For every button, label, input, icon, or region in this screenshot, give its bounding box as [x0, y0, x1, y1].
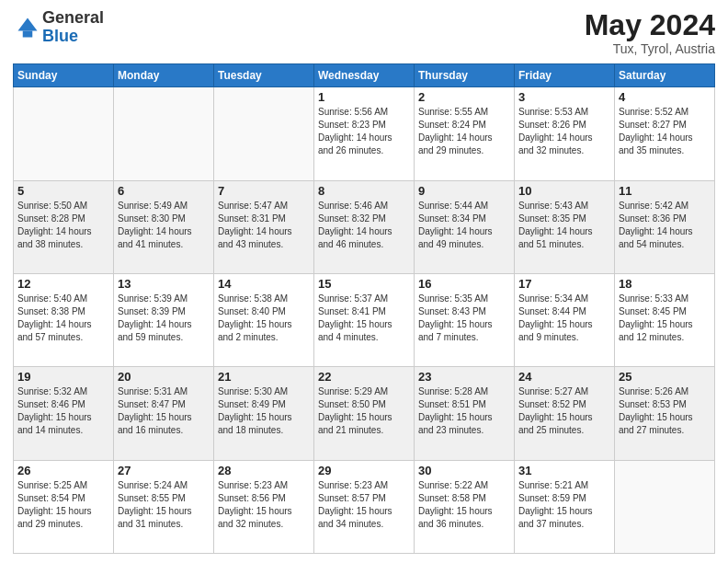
cell-line: and 27 minutes. [619, 424, 711, 437]
calendar-cell: 4Sunrise: 5:52 AMSunset: 8:27 PMDaylight… [615, 87, 715, 180]
calendar-cell: 26Sunrise: 5:25 AMSunset: 8:54 PMDayligh… [14, 460, 114, 553]
cell-line: and 14 minutes. [17, 424, 109, 437]
calendar-cell: 29Sunrise: 5:23 AMSunset: 8:57 PMDayligh… [314, 460, 415, 553]
cell-line: and 57 minutes. [17, 331, 109, 344]
cell-line: Sunset: 8:40 PM [218, 305, 310, 318]
cell-line: Sunrise: 5:21 AM [518, 479, 610, 492]
weekday-header-row: SundayMondayTuesdayWednesdayThursdayFrid… [14, 64, 715, 87]
calendar-cell: 27Sunrise: 5:24 AMSunset: 8:55 PMDayligh… [114, 460, 214, 553]
day-number: 14 [218, 277, 310, 291]
cell-line: Sunset: 8:35 PM [518, 213, 610, 225]
day-number: 10 [518, 184, 610, 198]
calendar-cell: 19Sunrise: 5:32 AMSunset: 8:46 PMDayligh… [14, 367, 114, 460]
cell-line: Daylight: 15 hours [619, 318, 711, 331]
cell-line: Sunrise: 5:47 AM [218, 200, 310, 213]
cell-line: Sunset: 8:26 PM [518, 119, 610, 132]
logo-blue: Blue [42, 27, 78, 45]
cell-line: Daylight: 15 hours [318, 505, 410, 518]
calendar-cell: 16Sunrise: 5:35 AMSunset: 8:43 PMDayligh… [415, 273, 515, 366]
cell-line: and 46 minutes. [318, 238, 410, 251]
day-number: 8 [318, 184, 410, 198]
cell-line: Sunrise: 5:49 AM [118, 200, 210, 213]
cell-line: Sunset: 8:34 PM [418, 213, 510, 225]
cell-line: Daylight: 15 hours [518, 318, 610, 331]
cell-line: Daylight: 14 hours [118, 318, 210, 331]
day-number: 18 [619, 277, 711, 291]
cell-line: Sunset: 8:27 PM [619, 119, 711, 132]
cell-line: and 49 minutes. [418, 238, 510, 251]
cell-line: Daylight: 15 hours [118, 411, 210, 424]
day-number: 31 [518, 464, 610, 477]
cell-line: and 36 minutes. [418, 518, 510, 531]
calendar-cell: 14Sunrise: 5:38 AMSunset: 8:40 PMDayligh… [214, 273, 314, 366]
cell-line: Daylight: 14 hours [318, 225, 410, 238]
calendar-cell: 5Sunrise: 5:50 AMSunset: 8:28 PMDaylight… [14, 180, 114, 273]
cell-line: Sunrise: 5:31 AM [118, 385, 210, 398]
cell-line: and 7 minutes. [418, 331, 510, 344]
cell-line: Sunset: 8:23 PM [318, 119, 410, 132]
weekday-header-saturday: Saturday [615, 64, 715, 87]
week-row-2: 12Sunrise: 5:40 AMSunset: 8:38 PMDayligh… [14, 273, 715, 366]
cell-line: and 59 minutes. [118, 331, 210, 344]
day-number: 27 [118, 464, 210, 477]
page: General Blue May 2024 Tux, Tyrol, Austri… [0, 0, 728, 563]
cell-line: Daylight: 14 hours [218, 225, 310, 238]
calendar-cell: 3Sunrise: 5:53 AMSunset: 8:26 PMDaylight… [515, 87, 615, 180]
calendar-cell: 22Sunrise: 5:29 AMSunset: 8:50 PMDayligh… [314, 367, 415, 460]
cell-line: Sunrise: 5:34 AM [518, 293, 610, 305]
day-number: 24 [518, 370, 610, 384]
cell-line: Daylight: 14 hours [118, 225, 210, 238]
cell-line: Sunset: 8:36 PM [619, 213, 711, 225]
calendar-cell: 25Sunrise: 5:26 AMSunset: 8:53 PMDayligh… [615, 367, 715, 460]
location: Tux, Tyrol, Austria [585, 41, 715, 56]
cell-line: Sunrise: 5:46 AM [318, 200, 410, 213]
day-number: 23 [418, 370, 510, 384]
calendar-cell [214, 87, 314, 180]
cell-line: Sunset: 8:45 PM [619, 305, 711, 318]
cell-line: and 21 minutes. [318, 424, 410, 437]
calendar-cell: 20Sunrise: 5:31 AMSunset: 8:47 PMDayligh… [114, 367, 214, 460]
cell-line: Daylight: 15 hours [418, 505, 510, 518]
cell-line: Sunrise: 5:29 AM [318, 385, 410, 398]
cell-line: Daylight: 15 hours [418, 318, 510, 331]
cell-line: Sunset: 8:56 PM [218, 492, 310, 505]
calendar-cell: 21Sunrise: 5:30 AMSunset: 8:49 PMDayligh… [214, 367, 314, 460]
cell-line: Sunset: 8:55 PM [118, 492, 210, 505]
month-title: May 2024 [585, 9, 715, 41]
cell-line: and 16 minutes. [118, 424, 210, 437]
cell-line: Daylight: 15 hours [619, 411, 711, 424]
cell-line: Sunrise: 5:42 AM [619, 200, 711, 213]
cell-line: Sunset: 8:49 PM [218, 398, 310, 411]
cell-line: Daylight: 14 hours [619, 132, 711, 144]
cell-line: Sunset: 8:53 PM [619, 398, 711, 411]
weekday-header-monday: Monday [114, 64, 214, 87]
calendar-cell [14, 87, 114, 180]
calendar-cell: 23Sunrise: 5:28 AMSunset: 8:51 PMDayligh… [415, 367, 515, 460]
cell-line: Sunset: 8:30 PM [118, 213, 210, 225]
calendar-cell: 8Sunrise: 5:46 AMSunset: 8:32 PMDaylight… [314, 180, 415, 273]
calendar-cell: 11Sunrise: 5:42 AMSunset: 8:36 PMDayligh… [615, 180, 715, 273]
calendar-cell: 30Sunrise: 5:22 AMSunset: 8:58 PMDayligh… [415, 460, 515, 553]
cell-line: Sunrise: 5:26 AM [619, 385, 711, 398]
title-block: May 2024 Tux, Tyrol, Austria [585, 9, 715, 56]
calendar-cell: 17Sunrise: 5:34 AMSunset: 8:44 PMDayligh… [515, 273, 615, 366]
day-number: 15 [318, 277, 410, 291]
cell-line: Daylight: 15 hours [218, 411, 310, 424]
calendar-cell: 6Sunrise: 5:49 AMSunset: 8:30 PMDaylight… [114, 180, 214, 273]
cell-line: and 37 minutes. [518, 518, 610, 531]
cell-line: and 32 minutes. [518, 144, 610, 157]
cell-line: Sunset: 8:28 PM [17, 213, 109, 225]
cell-line: and 32 minutes. [218, 518, 310, 531]
week-row-0: 1Sunrise: 5:56 AMSunset: 8:23 PMDaylight… [14, 87, 715, 180]
week-row-1: 5Sunrise: 5:50 AMSunset: 8:28 PMDaylight… [14, 180, 715, 273]
cell-line: Sunset: 8:24 PM [418, 119, 510, 132]
cell-line: Sunrise: 5:39 AM [118, 293, 210, 305]
calendar-cell: 7Sunrise: 5:47 AMSunset: 8:31 PMDaylight… [214, 180, 314, 273]
cell-line: Daylight: 15 hours [17, 411, 109, 424]
cell-line: Sunset: 8:31 PM [218, 213, 310, 225]
calendar-cell: 13Sunrise: 5:39 AMSunset: 8:39 PMDayligh… [114, 273, 214, 366]
day-number: 26 [17, 464, 109, 477]
day-number: 22 [318, 370, 410, 384]
cell-line: and 25 minutes. [518, 424, 610, 437]
cell-line: Sunrise: 5:24 AM [118, 479, 210, 492]
